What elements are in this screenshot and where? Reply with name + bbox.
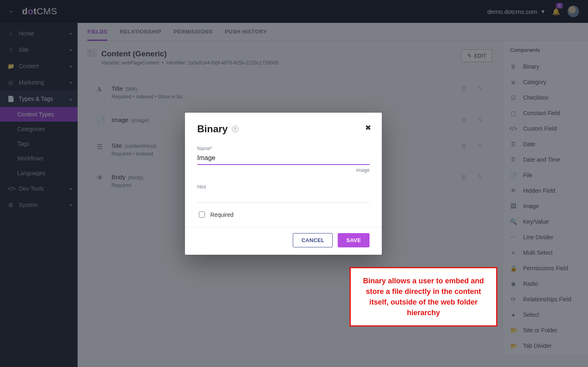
name-variable: image [197,167,370,173]
help-icon[interactable]: ? [232,126,238,132]
required-label: Required [210,211,234,218]
name-input[interactable] [197,152,370,165]
name-label: Name* [197,146,212,151]
binary-dialog: Binary ? ✖ Name* image Hint Required CAN… [185,113,382,255]
annotation-callout: Binary allows a user to embed and store … [350,267,497,327]
required-checkbox[interactable] [199,211,205,218]
cancel-button[interactable]: CANCEL [293,233,333,247]
hint-input[interactable] [197,190,370,203]
close-icon[interactable]: ✖ [365,123,371,132]
dialog-title: Binary [197,123,228,135]
save-button[interactable]: SAVE [338,233,370,247]
hint-label: Hint [197,184,206,190]
